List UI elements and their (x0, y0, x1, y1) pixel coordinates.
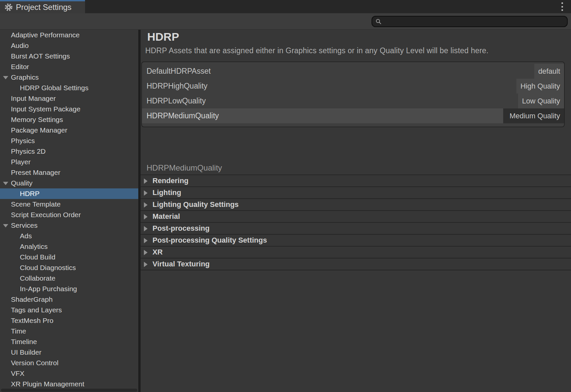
sidebar-item-label: Timeline (11, 338, 37, 345)
triangle-right-icon[interactable] (144, 226, 148, 231)
sidebar-item-audio[interactable]: Audio (0, 40, 138, 51)
search-field[interactable] (372, 16, 568, 27)
sidebar-item-adaptive-performance[interactable]: Adaptive Performance (0, 30, 138, 40)
sidebar-item-label: Scene Template (11, 200, 61, 208)
foldout-xr[interactable]: XR (141, 247, 571, 258)
asset-row-defaulthdrpasset[interactable]: DefaultHDRPAssetdefault (142, 64, 564, 79)
triangle-right-icon[interactable] (144, 190, 148, 196)
sidebar-item-label: Audio (11, 42, 29, 49)
sidebar-item-cloud-diagnostics[interactable]: Cloud Diagnostics (0, 262, 138, 273)
sidebar-item-label: Input Manager (11, 95, 56, 102)
sidebar-item-in-app-purchasing[interactable]: In-App Purchasing (0, 284, 138, 294)
sidebar-item-ui-builder[interactable]: UI Builder (0, 347, 138, 358)
sidebar-item-label: HDRP Global Settings (20, 84, 88, 92)
sidebar-item-ads[interactable]: Ads (0, 231, 138, 241)
foldout-lighting-quality-settings[interactable]: Lighting Quality Settings (141, 199, 571, 211)
triangle-right-icon[interactable] (144, 214, 148, 219)
sidebar-item-hdrp[interactable]: HDRP (0, 188, 138, 199)
horizontal-scrollbar-thumb[interactable] (1, 389, 137, 392)
sidebar-item-label: Burst AOT Settings (11, 52, 70, 60)
toolbar (0, 13, 571, 30)
window-tab-bar: Project Settings (0, 0, 571, 13)
sidebar-item-graphics[interactable]: Graphics (0, 72, 138, 83)
sidebar-item-burst-aot-settings[interactable]: Burst AOT Settings (0, 51, 138, 61)
sidebar-item-xr-plugin-management[interactable]: XR Plugin Management (0, 379, 138, 389)
sidebar-item-label: Ads (20, 232, 32, 240)
asset-list: DefaultHDRPAssetdefaultHDRPHighQualityHi… (141, 61, 565, 127)
foldout-label: XR (153, 248, 163, 256)
triangle-right-icon[interactable] (144, 250, 148, 255)
kebab-menu-icon[interactable] (559, 2, 565, 11)
tab-project-settings[interactable]: Project Settings (0, 0, 85, 13)
sidebar-item-hdrp-global-settings[interactable]: HDRP Global Settings (0, 83, 138, 93)
triangle-right-icon[interactable] (144, 178, 148, 184)
foldout-label: Lighting Quality Settings (153, 200, 239, 209)
foldout-material[interactable]: Material (141, 211, 571, 223)
sidebar-item-label: Graphics (11, 73, 39, 81)
foldout-label: Rendering (153, 176, 189, 185)
search-icon (375, 19, 381, 24)
quality-badge: Low Quality (518, 94, 564, 108)
sidebar-item-player[interactable]: Player (0, 157, 138, 167)
search-input[interactable] (383, 18, 564, 25)
asset-row-hdrpmediumquality[interactable]: HDRPMediumQualityMedium Quality (142, 108, 564, 123)
foldout-rendering[interactable]: Rendering (141, 175, 571, 187)
sidebar-item-input-system-package[interactable]: Input System Package (0, 104, 138, 114)
sidebar-item-label: VFX (11, 370, 24, 377)
triangle-right-icon[interactable] (144, 238, 148, 243)
foldout-virtual-texturing[interactable]: Virtual Texturing (141, 258, 571, 270)
sidebar-item-shadergraph[interactable]: ShaderGraph (0, 294, 138, 305)
sidebar-item-physics-2d[interactable]: Physics 2D (0, 146, 138, 157)
sidebar-item-time[interactable]: Time (0, 326, 138, 336)
sidebar-item-collaborate[interactable]: Collaborate (0, 273, 138, 284)
triangle-down-icon[interactable] (3, 224, 8, 227)
sidebar-item-label: Tags and Layers (11, 306, 62, 314)
sidebar-item-vfx[interactable]: VFX (0, 368, 138, 379)
sidebar-item-label: Analytics (20, 243, 48, 250)
foldout-post-processing[interactable]: Post-processing (141, 223, 571, 235)
sidebar-item-analytics[interactable]: Analytics (0, 241, 138, 252)
sidebar-item-version-control[interactable]: Version Control (0, 358, 138, 368)
asset-name: HDRPLowQuality (142, 94, 518, 108)
sidebar-item-label: Time (11, 327, 26, 335)
foldout-lighting[interactable]: Lighting (141, 187, 571, 199)
sidebar-item-label: Version Control (11, 359, 59, 367)
sidebar-item-services[interactable]: Services (0, 220, 138, 231)
sidebar-item-label: Preset Manager (11, 169, 60, 176)
sidebar-item-input-manager[interactable]: Input Manager (0, 93, 138, 104)
sidebar-item-label: Adaptive Performance (11, 31, 80, 39)
page-description: HDRP Assets that are assigned either in … (145, 46, 489, 55)
triangle-right-icon[interactable] (144, 202, 148, 208)
triangle-right-icon[interactable] (144, 262, 148, 267)
sidebar-item-timeline[interactable]: Timeline (0, 336, 138, 347)
sidebar-item-memory-settings[interactable]: Memory Settings (0, 114, 138, 125)
triangle-down-icon[interactable] (3, 76, 8, 79)
foldout-post-processing-quality-settings[interactable]: Post-processing Quality Settings (141, 235, 571, 247)
sidebar-item-cloud-build[interactable]: Cloud Build (0, 252, 138, 262)
sidebar-item-label: Editor (11, 63, 29, 70)
sidebar-item-label: HDRP (20, 190, 40, 197)
sidebar-item-scene-template[interactable]: Scene Template (0, 199, 138, 210)
asset-name: DefaultHDRPAsset (142, 64, 534, 79)
sidebar-item-label: Physics 2D (11, 147, 46, 155)
asset-row-hdrphighquality[interactable]: HDRPHighQualityHigh Quality (142, 79, 564, 94)
sidebar-item-label: In-App Purchasing (20, 285, 77, 293)
foldout-label: Post-processing (153, 224, 209, 233)
asset-row-hdrplowquality[interactable]: HDRPLowQualityLow Quality (142, 94, 564, 108)
sidebar-item-preset-manager[interactable]: Preset Manager (0, 167, 138, 178)
sidebar: Adaptive PerformanceAudioBurst AOT Setti… (0, 30, 138, 392)
sidebar-item-physics[interactable]: Physics (0, 136, 138, 146)
sidebar-item-label: Package Manager (11, 126, 67, 134)
foldout-label: Post-processing Quality Settings (153, 236, 267, 245)
triangle-down-icon[interactable] (3, 182, 8, 185)
sidebar-divider[interactable] (138, 30, 141, 392)
sidebar-item-label: ShaderGraph (11, 295, 53, 303)
sidebar-item-tags-and-layers[interactable]: Tags and Layers (0, 305, 138, 315)
window-title: Project Settings (16, 3, 71, 12)
sidebar-item-script-execution-order[interactable]: Script Execution Order (0, 210, 138, 220)
sidebar-item-textmesh-pro[interactable]: TextMesh Pro (0, 315, 138, 326)
sidebar-item-editor[interactable]: Editor (0, 61, 138, 72)
sidebar-item-quality[interactable]: Quality (0, 178, 138, 188)
sidebar-item-label: Physics (11, 137, 35, 144)
sidebar-item-package-manager[interactable]: Package Manager (0, 125, 138, 136)
